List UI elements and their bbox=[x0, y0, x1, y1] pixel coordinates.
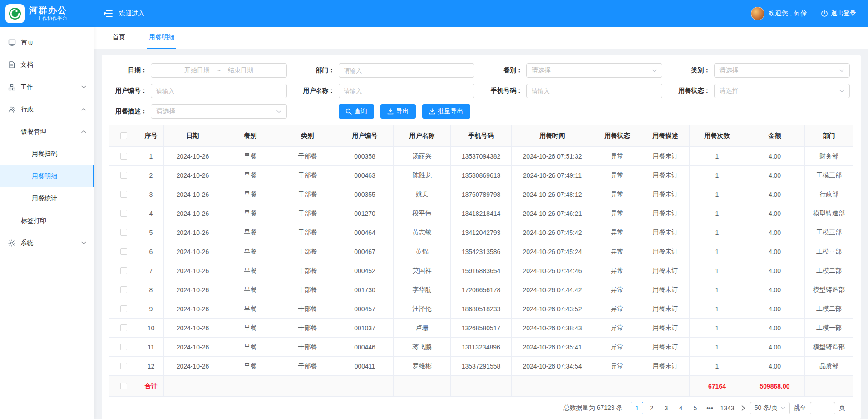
export-button[interactable]: 导出 bbox=[380, 104, 416, 119]
logout-button[interactable]: 退出登录 bbox=[821, 10, 856, 18]
user-no-field: 用户编号： bbox=[113, 84, 287, 98]
batch-export-button[interactable]: 批量导出 bbox=[422, 104, 470, 119]
cell-8: 异常 bbox=[593, 319, 641, 337]
user-name-field: 用户名称： bbox=[301, 84, 475, 98]
row-checkbox[interactable] bbox=[120, 153, 127, 160]
cell-0: 4 bbox=[138, 204, 164, 223]
user-no-input[interactable] bbox=[151, 84, 287, 98]
total-empty-cell bbox=[512, 376, 593, 396]
cell-3: 干部餐 bbox=[279, 319, 336, 337]
sidebar-item-administration[interactable]: 行政 bbox=[0, 98, 94, 120]
user-avatar[interactable] bbox=[751, 7, 764, 20]
cell-9: 用餐未订 bbox=[641, 299, 690, 318]
cell-4: 001270 bbox=[336, 204, 394, 223]
gear-icon bbox=[8, 239, 15, 247]
select-all-checkbox[interactable] bbox=[120, 132, 127, 139]
cell-1: 2024-10-26 bbox=[164, 147, 222, 165]
page-button-5[interactable]: 5 bbox=[689, 402, 701, 414]
row-select-cell bbox=[109, 319, 138, 337]
sidebar-item-meal-management[interactable]: 饭餐管理 bbox=[0, 120, 94, 143]
sidebar-item-meal-scan[interactable]: 用餐扫码 bbox=[0, 143, 94, 165]
row-checkbox[interactable] bbox=[120, 305, 127, 312]
row-checkbox[interactable] bbox=[120, 363, 127, 369]
date-range-picker[interactable]: 开始日期 ~ 结束日期 bbox=[151, 63, 287, 78]
meal-type-select[interactable]: 请选择 bbox=[526, 63, 662, 78]
cell-0: 1 bbox=[138, 147, 164, 165]
total-amount: 509868.00 bbox=[745, 376, 805, 396]
row-select-cell bbox=[109, 280, 138, 299]
sidebar-item-documents[interactable]: 文档 bbox=[0, 54, 94, 76]
sidebar-item-work[interactable]: 工作 bbox=[0, 76, 94, 98]
cell-5: 姚美 bbox=[394, 185, 451, 204]
total-empty-cell bbox=[641, 376, 690, 396]
table-row: 52024-10-26早餐干部餐000464黄志敏134120427932024… bbox=[109, 223, 853, 242]
category-select[interactable]: 请选择 bbox=[714, 63, 850, 78]
cell-10: 1 bbox=[690, 299, 745, 318]
sidebar-item-label-printing[interactable]: 标签打印 bbox=[0, 210, 94, 232]
row-select-cell bbox=[109, 299, 138, 318]
logout-icon bbox=[821, 10, 828, 17]
cell-11: 4.00 bbox=[745, 319, 805, 337]
page-button-1343[interactable]: 1343 bbox=[718, 402, 736, 414]
meal-desc-select[interactable]: 请选择 bbox=[151, 104, 287, 119]
cell-1: 2024-10-26 bbox=[164, 223, 222, 242]
meal-details-card: 日期： 开始日期 ~ 结束日期 部门： 餐别： bbox=[102, 55, 861, 419]
cell-4: 000446 bbox=[336, 338, 394, 356]
page-size-select[interactable]: 50 条/页 bbox=[750, 402, 790, 414]
select-all-cell bbox=[109, 125, 138, 146]
row-checkbox[interactable] bbox=[120, 172, 127, 179]
cell-7: 2024-10-26 07:48:12 bbox=[512, 185, 593, 204]
cell-7: 2024-10-26 07:45:42 bbox=[512, 223, 593, 242]
column-header-6: 手机号码 bbox=[451, 125, 512, 146]
table-row: 22024-10-26早餐干部餐000463陈胜龙135808696132024… bbox=[109, 166, 853, 185]
monitor-icon bbox=[8, 39, 16, 46]
sidebar-item-label: 用餐统计 bbox=[32, 195, 57, 203]
total-row-checkbox[interactable] bbox=[120, 383, 127, 389]
page-button-2[interactable]: 2 bbox=[645, 402, 658, 414]
row-checkbox[interactable] bbox=[120, 324, 127, 331]
cell-5: 李华航 bbox=[394, 280, 451, 299]
cell-6: 13542313586 bbox=[451, 242, 512, 261]
department-input[interactable] bbox=[339, 63, 475, 78]
start-date-placeholder: 开始日期 bbox=[184, 66, 210, 75]
row-checkbox[interactable] bbox=[120, 191, 127, 198]
jump-label: 跳至 bbox=[794, 404, 806, 412]
row-checkbox[interactable] bbox=[120, 229, 127, 236]
sidebar-item-label: 用餐扫码 bbox=[32, 150, 57, 158]
tab-home[interactable]: 首页 bbox=[111, 27, 127, 49]
cell-5: 黄志敏 bbox=[394, 223, 451, 242]
main-area: 首页 用餐明细 日期： 开始日期 ~ 结束日期 部门： bbox=[94, 27, 868, 419]
row-checkbox[interactable] bbox=[120, 210, 127, 217]
meal-status-select[interactable]: 请选择 bbox=[714, 84, 850, 98]
tab-meal-details[interactable]: 用餐明细 bbox=[147, 27, 176, 49]
export-button-label: 导出 bbox=[396, 107, 409, 115]
next-page-button[interactable] bbox=[740, 405, 746, 411]
page-button-4[interactable]: 4 bbox=[674, 402, 687, 414]
page-button-1[interactable]: 1 bbox=[631, 402, 643, 414]
user-name-input[interactable] bbox=[339, 84, 475, 98]
cell-12: 工模三部 bbox=[805, 242, 853, 261]
page-button-3[interactable]: 3 bbox=[660, 402, 672, 414]
jump-page-input[interactable] bbox=[810, 402, 835, 414]
cell-7: 2024-10-26 07:35:41 bbox=[512, 338, 593, 356]
cell-6: 13412042793 bbox=[451, 223, 512, 242]
cell-10: 1 bbox=[690, 185, 745, 204]
pagination-total-text: 总数据量为 67123 条 bbox=[563, 404, 623, 412]
sidebar-item-meal-statistics[interactable]: 用餐统计 bbox=[0, 187, 94, 210]
phone-input[interactable] bbox=[526, 84, 662, 98]
sidebar-item-system[interactable]: 系统 bbox=[0, 232, 94, 254]
row-checkbox[interactable] bbox=[120, 267, 127, 274]
row-checkbox[interactable] bbox=[120, 286, 127, 293]
cell-11: 4.00 bbox=[745, 261, 805, 280]
collapse-menu-icon[interactable] bbox=[104, 10, 113, 17]
page-ellipsis[interactable]: ••• bbox=[703, 402, 716, 414]
meal-table: 序号日期餐别类别用户编号用户名称手机号码用餐时间用餐状态用餐描述用餐次数金额部门… bbox=[109, 125, 853, 397]
search-button[interactable]: 查询 bbox=[339, 104, 374, 119]
sidebar-item-home[interactable]: 首页 bbox=[0, 31, 94, 54]
total-empty-cell bbox=[394, 376, 451, 396]
meal-desc-placeholder: 请选择 bbox=[156, 107, 175, 115]
sidebar-item-meal-details[interactable]: 用餐明细 bbox=[0, 165, 94, 187]
cell-4: 001037 bbox=[336, 319, 394, 337]
row-checkbox[interactable] bbox=[120, 248, 127, 255]
row-checkbox[interactable] bbox=[120, 344, 127, 350]
